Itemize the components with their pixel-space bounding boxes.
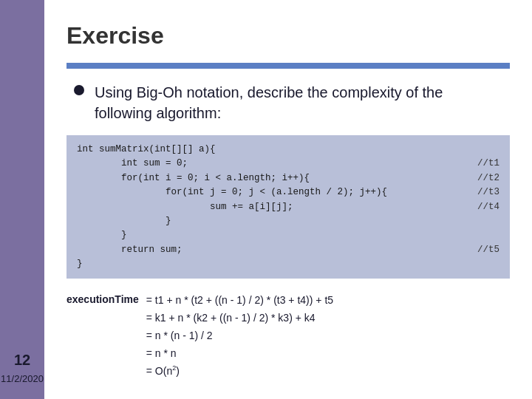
code-line-1: int sumMatrix(int[][] a){	[77, 143, 499, 157]
code-block: int sumMatrix(int[][] a){ int sum = 0; /…	[66, 135, 510, 279]
code-text-9: }	[77, 257, 83, 271]
code-line-7: }	[77, 228, 499, 242]
code-text-6: }	[77, 214, 171, 228]
bullet-line2: following algorithm:	[95, 105, 221, 121]
code-line-8: return sum; //t5	[77, 243, 499, 257]
code-text-2: int sum = 0;	[77, 157, 188, 171]
code-comment-2: //t1	[477, 157, 499, 171]
eq-line-2: = k1 + n * (k2 + ((n - 1) / 2) * k3) + k…	[146, 310, 333, 327]
code-text-1: int sumMatrix(int[][] a){	[77, 143, 216, 157]
code-comment-3: //t2	[477, 171, 499, 185]
code-line-5: sum += a[i][j]; //t4	[77, 200, 499, 214]
eq-line-1: = t1 + n * (t2 + ((n - 1) / 2) * (t3 + t…	[146, 292, 333, 310]
code-line-2: int sum = 0; //t1	[77, 157, 499, 171]
execution-equations: = t1 + n * (t2 + ((n - 1) / 2) * (t3 + t…	[146, 292, 333, 380]
code-text-8: return sum;	[77, 243, 183, 257]
execution-section: executionTime = t1 + n * (t2 + ((n - 1) …	[66, 292, 510, 380]
bullet-dot	[74, 85, 84, 95]
bullet-line1: Using Big-Oh notation, describe the comp…	[95, 84, 443, 100]
left-strip: 12 11/2/2020	[0, 0, 44, 399]
slide-number: 12	[14, 352, 30, 369]
slide-title: Exercise	[66, 22, 510, 50]
accent-bar	[66, 63, 510, 69]
code-text-5: sum += a[i][j];	[77, 200, 293, 214]
eq-line-3: = n * (n - 1) / 2	[146, 327, 333, 345]
bullet-point: Using Big-Oh notation, describe the comp…	[66, 82, 510, 123]
code-line-4: for(int j = 0; j < (a.length / 2); j++){…	[77, 185, 499, 200]
code-line-3: for(int i = 0; i < a.length; i++){ //t2	[77, 171, 499, 185]
bottom-labels: 12 11/2/2020	[0, 352, 44, 384]
bullet-text: Using Big-Oh notation, describe the comp…	[95, 82, 443, 123]
eq-line-5: = O(n2)	[146, 363, 333, 381]
code-text-7: }	[77, 228, 127, 242]
slide-date: 11/2/2020	[1, 373, 44, 384]
execution-label: executionTime	[66, 292, 139, 305]
main-content: Exercise Using Big-Oh notation, describe…	[44, 0, 532, 399]
code-text-4: for(int j = 0; j < (a.length / 2); j++){	[77, 185, 387, 200]
eq-line-4: = n * n	[146, 345, 333, 363]
code-line-6: }	[77, 214, 499, 228]
code-comment-8: //t5	[477, 243, 499, 257]
code-line-9: }	[77, 257, 499, 271]
code-comment-4: //t3	[477, 185, 499, 200]
code-text-3: for(int i = 0; i < a.length; i++){	[77, 171, 310, 185]
code-comment-5: //t4	[477, 200, 499, 214]
